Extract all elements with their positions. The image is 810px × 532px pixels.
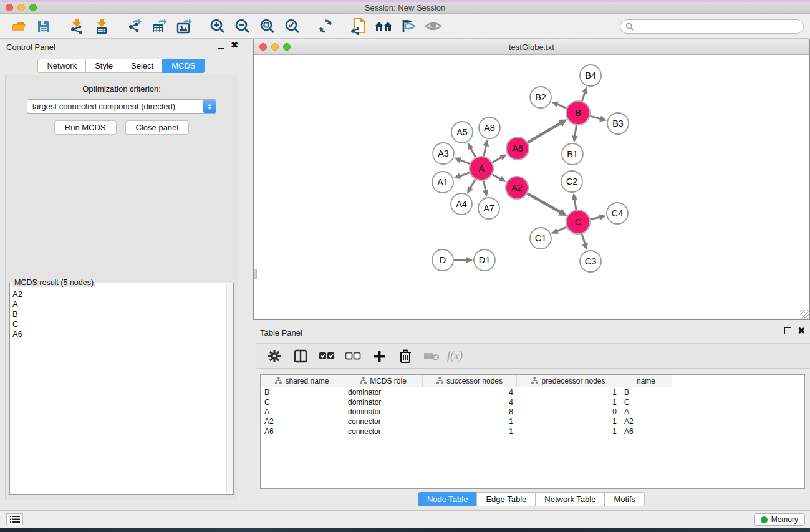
column-header[interactable]: predecessor nodes [517,375,620,387]
import-network-button[interactable] [64,16,89,36]
network-canvas[interactable]: AA1A2A3A4A5A6A7A8BB1B2B3B4CC1C2C3C4DD1 [254,55,809,319]
node-A6[interactable]: A6 [506,137,529,160]
mcds-result-item[interactable]: C [12,319,226,329]
table-row[interactable]: A6connector11A6 [261,427,804,437]
deselect-all-button[interactable] [342,347,364,365]
node-D1[interactable]: D1 [474,249,495,271]
birds-eye-view-button[interactable] [396,16,421,36]
delete-column-button[interactable] [395,347,416,365]
export-table-button[interactable] [147,16,172,36]
float-table-panel-icon[interactable] [784,327,791,334]
zoom-fit-button[interactable] [255,16,280,36]
edge[interactable] [582,234,586,245]
table-header-row[interactable]: shared nameMCDS rolesuccessor nodesprede… [261,375,804,387]
canvas-scroll-nub[interactable] [254,269,257,279]
mcds-result-item[interactable]: A6 [12,329,226,339]
node-B3[interactable]: B3 [607,113,629,134]
network-graph[interactable]: AA1A2A3A4A5A6A7A8BB1B2B3B4CC1C2C3C4DD1 [254,55,809,319]
mcds-result-item[interactable]: A [12,299,226,309]
column-header[interactable]: shared name [261,375,344,387]
node-A1[interactable]: A1 [432,172,453,193]
edge[interactable] [470,179,475,189]
edge[interactable] [528,123,561,143]
edge[interactable] [484,181,486,191]
zoom-out-button[interactable] [230,16,255,36]
node-C1[interactable]: C1 [530,228,551,249]
table-body[interactable]: Bdominator41BCdominator41CAdominator80AA… [261,387,804,437]
edge[interactable] [556,104,566,109]
clone-network-button[interactable] [346,16,371,36]
refresh-layout-button[interactable] [313,16,338,36]
tab-mcds[interactable]: MCDS [162,59,205,73]
float-panel-icon[interactable] [218,42,224,49]
edge[interactable] [459,173,470,177]
home-button[interactable] [371,16,396,36]
node-B1[interactable]: B1 [562,143,583,165]
node-C2[interactable]: C2 [561,171,582,192]
mcds-result-item[interactable]: A2 [12,289,226,299]
node-D[interactable]: D [432,249,453,271]
node-C3[interactable]: C3 [580,251,601,272]
edge[interactable] [470,147,476,157]
edge[interactable] [574,198,576,210]
table-row[interactable]: Bdominator41B [261,387,804,397]
table-options-gear-button[interactable] [264,347,285,365]
zoom-in-button[interactable] [205,16,230,36]
export-image-button[interactable] [172,16,197,36]
column-header[interactable]: name [620,375,672,387]
export-network-button[interactable] [122,16,147,36]
memory-button[interactable]: Memory [754,513,805,526]
edge[interactable] [484,145,486,156]
tab-edge-table[interactable]: Edge Table [476,492,536,506]
close-panel-button[interactable]: Close panel [125,120,190,135]
open-file-button[interactable] [6,16,31,36]
close-panel-icon[interactable]: ✖ [231,42,238,49]
tab-select[interactable]: Select [122,59,163,73]
mcds-result-item[interactable]: B [12,309,226,319]
node-A2[interactable]: A2 [506,177,528,199]
edge[interactable] [460,160,470,164]
node-C[interactable]: C [566,210,590,234]
edge[interactable] [528,193,561,213]
table-row[interactable]: A2connector11A2 [261,417,804,427]
import-table-button[interactable] [89,16,114,36]
table-row[interactable]: Cdominator41C [261,397,804,407]
search-input[interactable] [637,22,803,31]
node-C4[interactable]: C4 [607,203,628,224]
tab-motifs[interactable]: Motifs [604,492,645,506]
criterion-dropdown[interactable]: largest connected component (directed) ▲… [27,99,216,114]
table-row[interactable]: Adominator80A [261,407,804,417]
edge[interactable] [575,125,577,137]
result-scrollbar[interactable] [226,284,233,493]
add-column-button[interactable] [369,347,390,365]
save-session-button[interactable] [31,16,56,36]
node-A7[interactable]: A7 [478,198,499,219]
edge[interactable] [590,116,601,119]
mcds-result-list[interactable]: A2ABCA6 [12,289,226,493]
column-selector-button[interactable] [290,347,311,365]
node-B2[interactable]: B2 [530,87,551,108]
network-titlebar[interactable]: testGlobe.txt [254,39,809,55]
node-A8[interactable]: A8 [479,117,500,138]
node-A[interactable]: A [470,157,493,180]
node-B4[interactable]: B4 [580,65,601,86]
function-builder-icon[interactable]: f(x) [447,349,463,362]
tab-node-table[interactable]: Node Table [418,492,478,506]
tab-network[interactable]: Network [37,59,86,73]
edge[interactable] [493,157,503,163]
zoom-selected-button[interactable] [280,16,305,36]
search-field[interactable] [620,19,804,34]
select-all-button[interactable] [316,347,337,365]
close-table-panel-icon[interactable]: ✖ [798,327,805,334]
tab-network-table[interactable]: Network Table [535,492,605,506]
node-A5[interactable]: A5 [451,122,473,143]
node-A4[interactable]: A4 [451,193,472,215]
delete-table-button[interactable] [421,347,442,365]
tab-style[interactable]: Style [85,59,122,73]
edge[interactable] [556,227,566,231]
run-mcds-button[interactable]: Run MCDS [54,120,117,135]
node-A3[interactable]: A3 [433,143,454,164]
edge[interactable] [582,92,585,101]
column-header[interactable]: successor nodes [423,375,517,387]
edge[interactable] [493,175,501,180]
